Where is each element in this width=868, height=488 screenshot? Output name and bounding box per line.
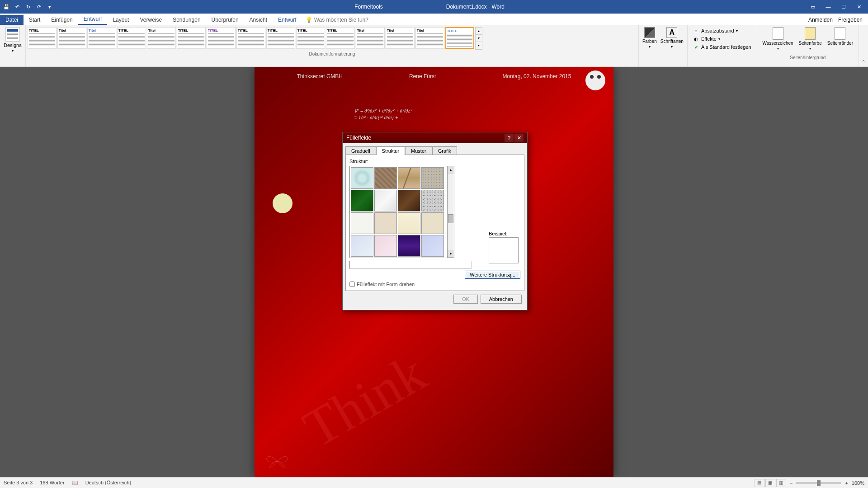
scroll-track[interactable]: [448, 174, 454, 250]
texture-swatch[interactable]: [421, 167, 444, 189]
ribbon-options-icon[interactable]: ▭: [806, 2, 820, 11]
zoom-level[interactable]: 100%: [852, 480, 864, 486]
tab-graduell[interactable]: Graduell: [345, 146, 376, 155]
refresh-icon[interactable]: ⟳: [35, 3, 42, 10]
tab-grafik[interactable]: Grafik: [432, 146, 457, 155]
als-standard-button[interactable]: ✔Als Standard festlegen: [691, 43, 753, 51]
word-count[interactable]: 168 Wörter: [40, 480, 64, 486]
minimize-icon[interactable]: —: [821, 2, 835, 11]
wasserzeichen-button[interactable]: Wasserzeichen▾: [763, 27, 793, 51]
tab-datei[interactable]: Datei: [0, 15, 24, 25]
gallery-more-icon[interactable]: ▾: [476, 42, 482, 49]
save-icon[interactable]: 💾: [3, 3, 10, 10]
rotate-with-shape-checkbox[interactable]: Fülleffekt mit Form drehen: [349, 282, 520, 287]
print-layout-icon[interactable]: ▦: [765, 479, 775, 487]
dialog-help-icon[interactable]: ?: [505, 134, 514, 142]
style-thumb[interactable]: TITEL: [236, 27, 265, 49]
texture-scrollbar[interactable]: ▴ ▾: [447, 166, 454, 258]
tab-entwurf[interactable]: Entwurf: [78, 14, 108, 25]
scroll-thumb[interactable]: [448, 214, 453, 223]
dialog-close-icon[interactable]: ✕: [514, 134, 524, 142]
style-thumb[interactable]: Titel: [415, 27, 444, 49]
scroll-up-icon[interactable]: ▴: [448, 166, 454, 174]
undo-icon[interactable]: ↶: [14, 3, 21, 10]
statusbar-left: Seite 3 von 3 168 Wörter 📖 Deutsch (Öste…: [4, 480, 131, 486]
tab-layout[interactable]: Layout: [107, 15, 134, 25]
texture-swatch[interactable]: [374, 235, 397, 257]
texture-swatch[interactable]: [374, 190, 397, 211]
group-designs: Designs ▾: [0, 25, 26, 66]
tab-start[interactable]: Start: [24, 15, 46, 25]
seitenraender-button[interactable]: Seitenränder: [827, 27, 853, 51]
farben-button[interactable]: Farben ▾: [642, 27, 657, 49]
close-icon[interactable]: ✕: [852, 2, 866, 11]
tab-ueberpruefen[interactable]: Überprüfen: [206, 15, 244, 25]
gallery-scrollbar[interactable]: ▴▾▾: [475, 27, 482, 50]
texture-swatch[interactable]: [351, 190, 373, 211]
tab-ansicht[interactable]: Ansicht: [244, 15, 273, 25]
texture-swatch[interactable]: [421, 212, 444, 234]
texture-swatch[interactable]: [351, 167, 373, 189]
sign-in-link[interactable]: Anmelden: [808, 17, 833, 23]
effekte-button[interactable]: ◐Effekte▾: [691, 35, 753, 42]
texture-swatch[interactable]: [351, 235, 373, 257]
ok-button[interactable]: OK: [453, 295, 478, 304]
style-thumb[interactable]: TITEL: [207, 27, 236, 49]
statusbar: Seite 3 von 3 168 Wörter 📖 Deutsch (Öste…: [0, 477, 868, 488]
absatzabstand-button[interactable]: ≡Absatzabstand▾: [691, 27, 753, 34]
language-indicator[interactable]: Deutsch (Österreich): [85, 480, 131, 486]
scroll-up-icon[interactable]: ▴: [476, 28, 482, 35]
tab-struktur[interactable]: Struktur: [376, 146, 406, 155]
cancel-button[interactable]: Abbrechen: [481, 295, 522, 304]
tab-entwurf-context[interactable]: Entwurf: [273, 15, 302, 25]
zoom-slider[interactable]: [796, 482, 841, 484]
preview-section: Beispiel:: [489, 231, 519, 263]
tab-muster[interactable]: Muster: [405, 146, 432, 155]
zoom-in-button[interactable]: +: [845, 480, 848, 486]
style-thumb[interactable]: TITEL: [28, 27, 57, 49]
maximize-icon[interactable]: ☐: [836, 2, 851, 11]
qat-dropdown-icon[interactable]: ▾: [46, 3, 53, 10]
texture-swatch[interactable]: [398, 212, 420, 234]
designs-label: Designs: [4, 42, 22, 48]
texture-swatch[interactable]: [351, 212, 373, 234]
tab-verweise[interactable]: Verweise: [134, 15, 167, 25]
dialog-titlebar[interactable]: Fülleffekte ? ✕: [343, 132, 527, 143]
style-thumb[interactable]: Titel: [57, 27, 86, 49]
scroll-down-icon[interactable]: ▾: [476, 35, 482, 42]
style-thumb[interactable]: TITEL: [177, 27, 206, 49]
more-textures-button[interactable]: Weitere Strukturen...↖: [465, 271, 520, 279]
style-thumb-selected[interactable]: TITEL: [445, 27, 474, 49]
tab-einfuegen[interactable]: Einfügen: [46, 15, 78, 25]
share-button[interactable]: Freigeben: [838, 17, 863, 23]
schriftarten-button[interactable]: A Schriftarten ▾: [660, 27, 684, 49]
texture-swatch[interactable]: [421, 235, 444, 257]
texture-swatch[interactable]: [398, 167, 420, 189]
checkbox-input[interactable]: [349, 282, 355, 287]
style-thumb[interactable]: TITEL: [266, 27, 295, 49]
tell-me-search[interactable]: 💡 Was möchten Sie tun?: [306, 17, 368, 25]
ribbon-collapse-button[interactable]: ⌃: [859, 25, 868, 66]
redo-icon[interactable]: ↻: [24, 3, 32, 10]
style-thumb[interactable]: Titel: [386, 27, 415, 49]
style-thumb[interactable]: TITEL: [296, 27, 325, 49]
seitenfarbe-button[interactable]: Seitenfarbe▾: [799, 27, 822, 51]
texture-swatch[interactable]: [374, 212, 397, 234]
style-thumb[interactable]: TITEL: [326, 27, 355, 49]
scroll-down-icon[interactable]: ▾: [448, 250, 454, 258]
web-layout-icon[interactable]: ▥: [776, 479, 786, 487]
texture-swatch[interactable]: [421, 190, 444, 211]
zoom-out-button[interactable]: −: [790, 480, 793, 486]
style-thumb[interactable]: Titel: [356, 27, 385, 49]
style-thumb[interactable]: TITEL: [117, 27, 146, 49]
proofing-icon[interactable]: 📖: [72, 480, 78, 486]
texture-swatch[interactable]: [398, 190, 420, 211]
style-thumb[interactable]: Titel: [87, 27, 116, 49]
page-counter[interactable]: Seite 3 von 3: [4, 480, 33, 486]
texture-swatch[interactable]: [398, 235, 420, 257]
tab-sendungen[interactable]: Sendungen: [167, 15, 206, 25]
texture-swatch[interactable]: [374, 167, 397, 189]
read-mode-icon[interactable]: ▤: [755, 479, 764, 487]
style-thumb[interactable]: Titel: [147, 27, 176, 49]
designs-button[interactable]: Designs ▾: [4, 27, 22, 53]
